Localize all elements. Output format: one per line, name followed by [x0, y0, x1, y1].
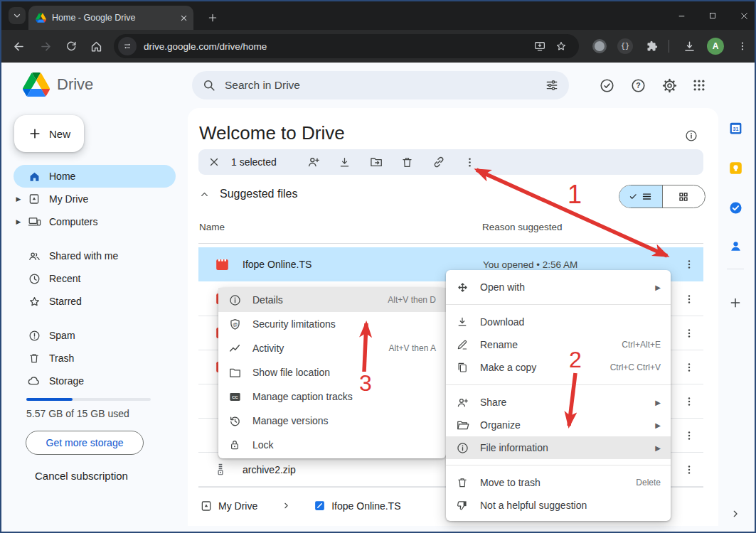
- browser-profile-avatar[interactable]: A: [707, 38, 724, 55]
- menu-item-not-helpful[interactable]: Not a helpful suggestion: [446, 494, 671, 517]
- address-bar[interactable]: drive.google.com/drive/home: [114, 34, 579, 58]
- row-more-actions-button[interactable]: [675, 294, 703, 305]
- grid-view-button[interactable]: [663, 185, 706, 208]
- calendar-panel-button[interactable]: 31: [727, 119, 744, 136]
- clear-selection-button[interactable]: [198, 156, 230, 168]
- menu-item-details[interactable]: Details Alt+V then D: [218, 288, 446, 312]
- copy-link-button[interactable]: [423, 155, 454, 169]
- tab-close-icon[interactable]: [180, 14, 188, 22]
- extensions-button[interactable]: [644, 38, 661, 55]
- gear-icon: [661, 77, 678, 94]
- drive-logo[interactable]: [23, 72, 50, 97]
- new-button[interactable]: New: [14, 115, 84, 152]
- page-info-button[interactable]: [683, 127, 700, 144]
- row-more-actions-button[interactable]: [675, 259, 703, 270]
- tab-search-button[interactable]: [9, 7, 26, 24]
- menu-item-lock[interactable]: Lock: [218, 433, 446, 457]
- row-more-actions-button[interactable]: [675, 430, 703, 441]
- row-more-actions-button[interactable]: [675, 396, 703, 407]
- tasks-panel-button[interactable]: [727, 199, 744, 216]
- row-more-actions-button[interactable]: [675, 362, 703, 373]
- menu-item-security-limitations[interactable]: @ Security limitations: [218, 312, 446, 336]
- zip-file-icon: [215, 463, 230, 476]
- more-actions-button[interactable]: [454, 156, 486, 168]
- breadcrumb-current[interactable]: Ifope Online.TS: [331, 500, 400, 512]
- install-app-button[interactable]: [529, 40, 550, 53]
- menu-item-rename[interactable]: Rename Ctrl+Alt+E: [446, 333, 671, 356]
- back-button[interactable]: [10, 38, 27, 55]
- get-more-storage-button[interactable]: Get more storage: [26, 431, 144, 455]
- media-control-button[interactable]: [592, 39, 607, 53]
- sidebar-item-shared-with-me[interactable]: Shared with me: [14, 244, 176, 267]
- search-input[interactable]: Search in Drive: [225, 79, 545, 92]
- advanced-search-icon[interactable]: [545, 78, 559, 92]
- forward-button[interactable]: [37, 38, 54, 55]
- sidebar-item-computers[interactable]: ▶ Computers: [14, 210, 176, 233]
- menu-item-download[interactable]: Download: [446, 311, 671, 333]
- menu-item-open-with[interactable]: Open with ▶: [446, 276, 671, 298]
- section-title[interactable]: Suggested files: [220, 188, 297, 200]
- back-arrow-icon: [12, 40, 26, 53]
- menu-item-share[interactable]: Share ▶: [446, 391, 671, 414]
- row-more-actions-button[interactable]: [675, 328, 703, 339]
- sidebar-item-spam[interactable]: Spam: [14, 324, 176, 347]
- bookmark-button[interactable]: [550, 40, 572, 53]
- file-reason: You opened • 2:56 AM: [483, 259, 675, 270]
- grid-view-icon: [678, 191, 689, 203]
- menu-item-show-file-location[interactable]: Show file location: [218, 360, 446, 384]
- menu-item-manage-versions[interactable]: Manage versions: [218, 409, 446, 433]
- browser-tab-active[interactable]: Home - Google Drive: [28, 6, 193, 30]
- menu-item-move-to-trash[interactable]: Move to trash Delete: [446, 471, 671, 494]
- contacts-panel-button[interactable]: [727, 237, 744, 254]
- menu-item-label: Download: [480, 316, 661, 328]
- breadcrumb-root[interactable]: My Drive: [218, 500, 257, 512]
- video-file-icon: [215, 259, 230, 271]
- offline-status-button[interactable]: [598, 77, 615, 94]
- sidebar-item-storage[interactable]: Storage: [14, 370, 176, 392]
- apps-grid-button[interactable]: [691, 77, 708, 94]
- sidebar-item-home[interactable]: Home: [14, 165, 176, 188]
- window-maximize-button[interactable]: [700, 1, 725, 30]
- sidebar-item-label: Starred: [49, 296, 82, 307]
- collapse-chevron-icon[interactable]: [199, 189, 210, 200]
- sidebar-item-trash[interactable]: Trash: [14, 347, 176, 370]
- settings-button[interactable]: [661, 77, 678, 94]
- column-header-reason[interactable]: Reason suggested: [482, 222, 563, 232]
- row-more-actions-button[interactable]: [675, 464, 703, 475]
- search-bar[interactable]: Search in Drive: [192, 71, 569, 99]
- download-button[interactable]: [329, 156, 361, 169]
- trash-button[interactable]: [392, 156, 423, 169]
- downloads-button[interactable]: [681, 38, 698, 55]
- url-text[interactable]: drive.google.com/drive/home: [144, 41, 529, 52]
- get-addons-button[interactable]: [727, 294, 744, 311]
- menu-item-file-information[interactable]: File information ▶: [446, 436, 671, 459]
- sidebar-item-recent[interactable]: Recent: [14, 267, 176, 290]
- menu-item-make-a-copy[interactable]: Make a copy Ctrl+C Ctrl+V: [446, 356, 671, 379]
- shared-icon: [26, 249, 42, 263]
- menu-item-activity[interactable]: Activity Alt+V then A: [218, 336, 446, 360]
- site-settings-button[interactable]: [118, 37, 137, 55]
- sidebar-item-my-drive[interactable]: ▶ My Drive: [14, 188, 176, 210]
- share-button[interactable]: [298, 155, 329, 169]
- home-button[interactable]: [87, 38, 105, 55]
- browser-menu-button[interactable]: [734, 38, 751, 55]
- keep-panel-button[interactable]: [727, 159, 744, 176]
- menu-item-organize[interactable]: Organize ▶: [446, 414, 671, 436]
- reload-button[interactable]: [63, 38, 80, 55]
- window-close-button[interactable]: [731, 1, 756, 30]
- column-header-name[interactable]: Name: [199, 222, 225, 232]
- menu-item-label: Share: [480, 397, 646, 408]
- expand-caret-icon[interactable]: ▶: [14, 218, 23, 225]
- hide-side-panel-button[interactable]: [727, 505, 744, 522]
- sidebar-item-starred[interactable]: Starred: [14, 290, 176, 313]
- help-button[interactable]: ?: [629, 77, 646, 94]
- menu-item-shortcut: Ctrl+C Ctrl+V: [610, 362, 661, 372]
- window-minimize-button[interactable]: [669, 1, 694, 30]
- move-button[interactable]: [361, 155, 392, 169]
- list-view-button[interactable]: [619, 185, 663, 208]
- expand-caret-icon[interactable]: ▶: [14, 195, 23, 203]
- new-tab-button[interactable]: [203, 9, 222, 27]
- menu-item-manage-caption-tracks[interactable]: CC Manage caption tracks: [218, 384, 446, 409]
- extension-badge-button[interactable]: {}: [617, 38, 633, 54]
- cancel-subscription-link[interactable]: Cancel subscription: [35, 470, 128, 482]
